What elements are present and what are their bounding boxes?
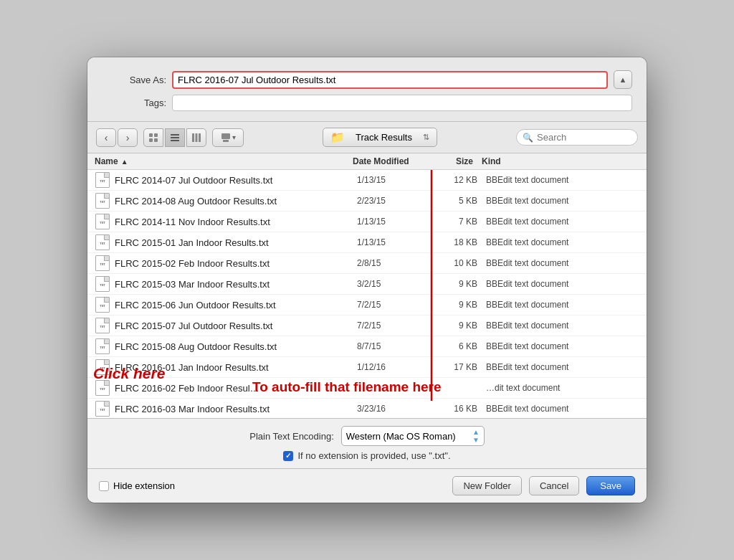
- tags-label: Tags:: [102, 98, 166, 108]
- file-size: 9 KB: [429, 321, 486, 331]
- file-kind: BBEdit text document: [486, 300, 639, 310]
- date-column-header[interactable]: Date Modified: [353, 156, 424, 166]
- hide-extension-row: Hide extension: [99, 480, 175, 491]
- checkmark-icon: ✓: [285, 452, 291, 460]
- file-kind: BBEdit text document: [486, 279, 639, 289]
- file-kind: BBEdit text document: [486, 175, 639, 185]
- toolbar: ‹ ›: [87, 122, 647, 153]
- save-dialog: Save As: ▲ Tags: ‹ ›: [87, 57, 647, 503]
- svg-rect-5: [171, 137, 179, 138]
- search-box[interactable]: 🔍: [516, 129, 638, 146]
- table-row[interactable]: TXTFLRC 2016-03 Mar Indoor Results.txt3/…: [87, 399, 647, 419]
- footer-buttons: New Folder Cancel Save: [452, 476, 635, 495]
- svg-rect-9: [199, 133, 201, 142]
- file-size: 9 KB: [429, 300, 486, 310]
- file-kind: …dit text document: [486, 383, 639, 393]
- svg-rect-0: [149, 133, 153, 137]
- file-date: 1/13/15: [357, 217, 429, 227]
- file-size: 18 KB: [429, 237, 486, 247]
- file-date: 1/13/15: [357, 175, 429, 185]
- table-row[interactable]: TXTFLRC 2015-01 Jan Indoor Results.txt1/…: [87, 232, 647, 253]
- save-button[interactable]: Save: [586, 476, 635, 495]
- search-input[interactable]: [537, 132, 631, 143]
- table-row[interactable]: TXTFLRC 2015-03 Mar Indoor Results.txt3/…: [87, 274, 647, 295]
- file-icon: TXT: [95, 255, 110, 271]
- file-name: FLRC 2016-02 Feb Indoor Resul…: [115, 383, 357, 394]
- save-as-input[interactable]: [172, 71, 608, 89]
- file-date: 3/2/15: [357, 279, 429, 289]
- cancel-button[interactable]: Cancel: [529, 476, 579, 495]
- back-button[interactable]: ‹: [96, 128, 116, 147]
- file-name: FLRC 2015-07 Jul Outdoor Results.txt: [115, 321, 357, 331]
- column-view-button[interactable]: [186, 128, 206, 147]
- file-date: 8/7/15: [357, 341, 429, 351]
- dialog-footer: Hide extension New Folder Cancel Save: [87, 469, 647, 503]
- table-row[interactable]: TXTFLRC 2016-01 Jan Indoor Results.txt1/…: [87, 357, 647, 378]
- file-icon: TXT: [95, 338, 110, 354]
- file-name: FLRC 2015-06 Jun Outdoor Results.txt: [115, 300, 357, 310]
- file-kind: BBEdit text document: [486, 362, 639, 372]
- table-row[interactable]: TXTFLRC 2014-08 Aug Outdoor Results.txt2…: [87, 191, 647, 212]
- table-row[interactable]: TXTFLRC 2015-06 Jun Outdoor Results.txt7…: [87, 295, 647, 315]
- file-name: FLRC 2014-08 Aug Outdoor Results.txt: [115, 196, 357, 207]
- tags-input[interactable]: [172, 95, 632, 111]
- file-size: 10 KB: [429, 258, 486, 268]
- svg-rect-13: [227, 140, 229, 142]
- svg-rect-6: [171, 140, 179, 141]
- encoding-label: Plain Text Encoding:: [249, 431, 334, 442]
- hide-extension-checkbox[interactable]: [99, 481, 109, 491]
- file-kind: BBEdit text document: [486, 237, 639, 247]
- file-icon: TXT: [95, 359, 110, 375]
- file-kind: BBEdit text document: [486, 404, 639, 414]
- column-headers: Name ▲ Date Modified Size Kind: [87, 153, 647, 170]
- file-size: 16 KB: [429, 404, 486, 414]
- svg-rect-7: [192, 133, 194, 142]
- file-date: 1/13/15: [357, 237, 429, 247]
- expand-button[interactable]: ▲: [614, 70, 632, 89]
- kind-column-header[interactable]: Kind: [482, 156, 639, 166]
- new-folder-button[interactable]: New Folder: [452, 476, 521, 495]
- list-view-button[interactable]: [165, 128, 185, 147]
- location-selector[interactable]: 📁 Track Results ⇅: [323, 128, 437, 147]
- svg-rect-3: [154, 138, 158, 142]
- file-date: 7/2/15: [357, 321, 429, 331]
- svg-rect-10: [221, 133, 230, 139]
- file-name: FLRC 2016-03 Mar Indoor Results.txt: [115, 404, 357, 414]
- folder-icon: 📁: [330, 130, 345, 144]
- file-rows: TXTFLRC 2014-07 Jul Outdoor Results.txt1…: [87, 170, 647, 419]
- table-row[interactable]: TXTFLRC 2016-02 Feb Indoor Resul……dit te…: [87, 378, 647, 399]
- size-column-header[interactable]: Size: [424, 156, 482, 166]
- name-column-header[interactable]: Name ▲: [95, 156, 353, 166]
- file-icon: TXT: [95, 276, 110, 292]
- file-icon: TXT: [95, 318, 110, 333]
- icon-view-button[interactable]: [143, 128, 163, 147]
- file-size: 12 KB: [429, 175, 486, 185]
- file-name: FLRC 2015-01 Jan Indoor Results.txt: [115, 237, 357, 248]
- table-row[interactable]: TXTFLRC 2014-07 Jul Outdoor Results.txt1…: [87, 170, 647, 191]
- table-row[interactable]: TXTFLRC 2014-11 Nov Indoor Results.txt1/…: [87, 212, 647, 232]
- file-name: FLRC 2014-11 Nov Indoor Results.txt: [115, 217, 357, 227]
- file-size: 17 KB: [429, 362, 486, 372]
- encoding-selector[interactable]: Western (Mac OS Roman) ▲ ▼: [341, 426, 485, 446]
- file-icon: TXT: [95, 193, 110, 209]
- dialog-header: Save As: ▲ Tags:: [87, 57, 647, 122]
- file-size: 7 KB: [429, 217, 486, 227]
- file-size: 6 KB: [429, 341, 486, 351]
- encoding-arrows-icon: ▲ ▼: [472, 428, 480, 444]
- file-kind: BBEdit text document: [486, 258, 639, 268]
- gallery-view-button[interactable]: ▾: [212, 128, 244, 147]
- table-row[interactable]: TXTFLRC 2015-07 Jul Outdoor Results.txt7…: [87, 315, 647, 336]
- encoding-section: Plain Text Encoding: Western (Mac OS Rom…: [87, 419, 647, 469]
- location-arrows-icon: ⇅: [423, 133, 429, 142]
- table-row[interactable]: TXTFLRC 2015-08 Aug Outdoor Results.txt8…: [87, 336, 647, 357]
- file-icon: TXT: [95, 234, 110, 250]
- file-icon: TXT: [95, 380, 110, 396]
- encoding-value: Western (Mac OS Roman): [346, 431, 456, 442]
- extension-checkbox[interactable]: ✓: [283, 451, 293, 461]
- file-name: FLRC 2015-08 Aug Outdoor Results.txt: [115, 341, 357, 352]
- svg-rect-2: [149, 138, 153, 142]
- location-label: Track Results: [349, 132, 419, 143]
- forward-button[interactable]: ›: [118, 128, 138, 147]
- file-size: 9 KB: [429, 279, 486, 289]
- table-row[interactable]: TXTFLRC 2015-02 Feb Indoor Results.txt2/…: [87, 253, 647, 274]
